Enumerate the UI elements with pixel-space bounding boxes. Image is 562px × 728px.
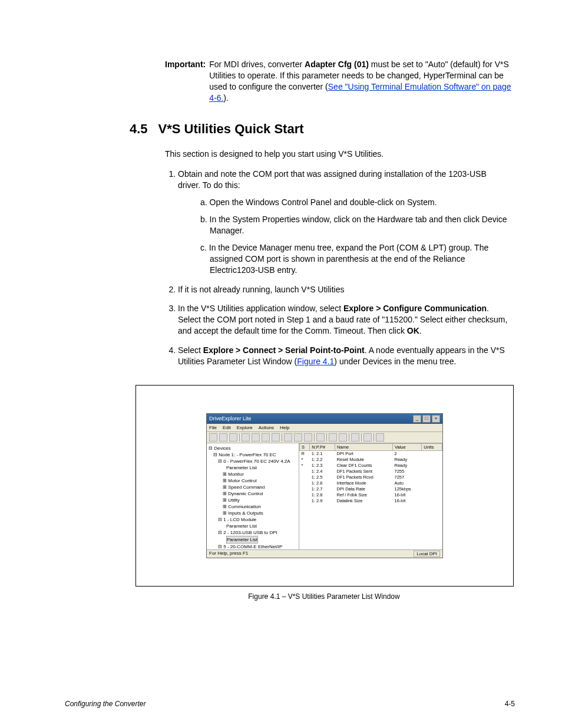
cell-value: 7255 [392, 469, 421, 475]
cell-s: * [300, 463, 310, 469]
toolbar [207, 432, 442, 443]
cell-s [300, 492, 310, 498]
step-2: If it is not already running, launch V*S… [178, 284, 515, 295]
tb-open-icon[interactable] [219, 433, 227, 442]
tb-drop-icon[interactable] [294, 433, 302, 442]
col-units[interactable]: Units [422, 443, 442, 450]
close-icon[interactable]: × [432, 415, 440, 423]
s3d: OK [407, 326, 419, 335]
table-row[interactable]: 1: 2.6Interface ModeAuto [300, 480, 442, 486]
tb-calc-icon[interactable] [304, 433, 312, 442]
cell-units [422, 492, 442, 498]
s4-link[interactable]: Figure 4.1 [297, 357, 334, 366]
cell-name: Datalink Size [335, 498, 393, 504]
footer: Configuring the Converter 4-5 [65, 700, 515, 708]
s4b: Explore > Connect > Serial Point-to-Poin… [203, 345, 365, 355]
table-row[interactable]: 1: 2.9Datalink Size16-bit [300, 498, 442, 504]
cell-np: 1: 2.9 [310, 498, 335, 504]
tb-new-icon[interactable] [209, 433, 217, 442]
tb-paste-icon[interactable] [262, 433, 270, 442]
menu-file[interactable]: File [209, 425, 217, 430]
tb-help-icon[interactable] [376, 433, 384, 442]
col-name[interactable]: Name [335, 443, 393, 450]
tb-sep-7 [373, 433, 374, 442]
menu-actions[interactable]: Actions [259, 425, 274, 430]
tb-num-icon[interactable] [351, 433, 359, 442]
tree-io: ⊞ Inputs & Outputs [209, 510, 297, 516]
cell-units [422, 480, 442, 486]
imp-text-3: ). [223, 93, 229, 103]
col-s[interactable]: S [300, 443, 310, 450]
col-np[interactable]: N:P.P# [310, 443, 335, 450]
tree-pl2[interactable]: Parameter List [209, 523, 297, 529]
step-1b: b. In the System Properties window, clic… [200, 214, 509, 236]
table-row[interactable]: 1: 2.8Ref / Fdbk Size16-bit [300, 492, 442, 498]
tree-pl1[interactable]: Parameter List [209, 465, 297, 471]
section-title: V*S Utilities Quick Start [158, 121, 304, 137]
table-row[interactable]: R1: 2.1DPI Port2 [300, 450, 442, 457]
figure-caption: Figure 4.1 – V*S Utilities Parameter Lis… [135, 592, 513, 601]
tree-n1c: ⊟ 0 - PowerFlex 70 EC 240V 4.2A [209, 458, 297, 465]
tb-brush-icon[interactable] [363, 433, 372, 442]
tb-print-icon[interactable] [272, 433, 280, 442]
important-note: Important: For MDI drives, converter Ada… [165, 59, 515, 104]
maximize-icon[interactable]: □ [422, 415, 431, 423]
cell-s [300, 475, 310, 480]
tb-save-icon[interactable] [229, 433, 237, 442]
s3e: . [419, 326, 422, 335]
step-1a: a. Open the Windows Control Panel and do… [200, 197, 509, 208]
menu-explore[interactable]: Explore [237, 425, 253, 430]
cell-value: 2 [392, 450, 421, 457]
main-steps: Obtain and note the COM port that was as… [165, 169, 515, 367]
cell-name: Reset Module [335, 457, 393, 463]
menu-edit[interactable]: Edit [223, 425, 231, 430]
cell-np: 1: 2.5 [310, 475, 335, 480]
s4a: Select [178, 345, 203, 355]
tree-n1-label[interactable]: Node 1: - PowerFlex 70 EC [219, 452, 276, 457]
tb-copy-icon[interactable] [252, 433, 260, 442]
cell-units [422, 475, 442, 480]
cell-units [422, 498, 442, 504]
table-row[interactable]: 1: 2.7DPI Data Rate125kbps [300, 486, 442, 492]
cell-s: R [300, 450, 310, 457]
table-row[interactable]: 1: 2.4DF1 Packets Sent7255 [300, 469, 442, 475]
table-row[interactable]: 1: 2.5DF1 Packets Rcvd7257 [300, 475, 442, 480]
cell-name: Interface Mode [335, 480, 393, 486]
window-buttons: _ □ × [413, 415, 440, 423]
s3a: In the V*S Utilities application window,… [178, 304, 343, 313]
status-right: Local DPI [414, 551, 440, 557]
s3b: Explore > Configure Communication [343, 304, 487, 313]
tree-pl3: Parameter List [209, 536, 297, 543]
tb-wizard-icon[interactable] [284, 433, 292, 442]
cell-np: 1: 2.2 [310, 457, 335, 463]
tree-dc: ⊞ Dynamic Control [209, 490, 297, 497]
figure-frame: DriveExplorer Lite _ □ × File Edit Explo… [135, 385, 514, 587]
cell-value: 7257 [392, 475, 421, 480]
table-row[interactable]: *1: 2.3Clear DF1 CountsReady [300, 463, 442, 469]
grid-pane[interactable]: S N:P.P# Name Value Units R1: 2.1DPI Por… [299, 443, 442, 549]
tb-cut-icon[interactable] [242, 433, 250, 442]
cell-name: Clear DF1 Counts [335, 463, 393, 469]
tree-pane[interactable]: ⊟ Devices ⊟ Node 1: - PowerFlex 70 EC ⊟ … [207, 443, 299, 549]
tb-download-icon[interactable] [339, 433, 347, 442]
col-value[interactable]: Value [392, 443, 421, 450]
minimize-icon[interactable]: _ [413, 415, 421, 423]
tb-upload-icon[interactable] [329, 433, 337, 442]
tb-sep-1 [239, 433, 240, 442]
step-1-sublist: a. Open the Windows Control Panel and do… [178, 197, 509, 275]
menu-help[interactable]: Help [280, 425, 289, 430]
tree-n1c-label[interactable]: 0 - PowerFlex 70 EC 240V 4.2A [223, 459, 290, 464]
tb-sep-4 [326, 433, 327, 442]
tree-sc: ⊞ Speed Command [209, 484, 297, 490]
tb-info-icon[interactable] [316, 433, 325, 442]
tree-root-label[interactable]: Devices [214, 446, 230, 451]
cell-value: 125kbps [392, 486, 421, 492]
window-title: DriveExplorer Lite [209, 416, 252, 421]
imp-bold-1: Adapter Cfg (01) [305, 60, 369, 69]
tree-mon: ⊞ Monitor [209, 471, 297, 477]
table-row[interactable]: *1: 2.2Reset ModuleReady [300, 457, 442, 463]
cell-units [422, 450, 442, 457]
section-number: 4.5 [130, 121, 148, 137]
status-left: For Help, press F1 [209, 551, 248, 557]
split-pane: ⊟ Devices ⊟ Node 1: - PowerFlex 70 EC ⊟ … [207, 443, 442, 549]
